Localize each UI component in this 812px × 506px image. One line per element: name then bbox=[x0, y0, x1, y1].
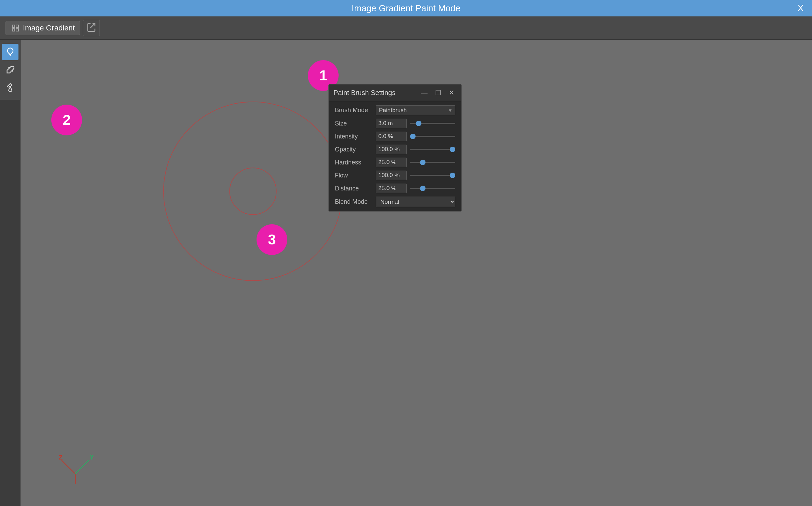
size-row: Size bbox=[335, 119, 455, 128]
brush-mode-row: Brush Mode Paintbrush Airbrush Smear Clo… bbox=[335, 105, 455, 115]
panel-maximize-button[interactable]: ☐ bbox=[433, 88, 443, 97]
hardness-row: Hardness bbox=[335, 158, 455, 167]
size-slider-container bbox=[410, 120, 455, 127]
blend-mode-label: Blend Mode bbox=[335, 198, 372, 205]
brush-mode-select[interactable]: Paintbrush Airbrush Smear Clone bbox=[376, 105, 455, 115]
panel-body: Brush Mode Paintbrush Airbrush Smear Clo… bbox=[329, 101, 461, 211]
axis-svg: Z Y X bbox=[55, 450, 96, 484]
blend-mode-container: Normal Multiply Screen Overlay Add Subtr… bbox=[376, 197, 455, 207]
opacity-slider-container bbox=[410, 146, 455, 153]
svg-line-8 bbox=[62, 460, 75, 474]
svg-rect-1 bbox=[16, 25, 18, 27]
panel-close-button[interactable]: ✕ bbox=[447, 88, 457, 97]
distance-slider-container bbox=[410, 185, 455, 192]
distance-label: Distance bbox=[335, 185, 372, 192]
annotation-2: 2 bbox=[51, 105, 82, 135]
title-bar: Image Gradient Paint Mode X bbox=[0, 0, 812, 16]
opacity-input[interactable] bbox=[376, 145, 407, 154]
window-title: Image Gradient Paint Mode bbox=[352, 3, 460, 14]
intensity-row: Intensity bbox=[335, 132, 455, 141]
hardness-slider-container bbox=[410, 159, 455, 166]
size-input[interactable] bbox=[376, 119, 407, 128]
svg-rect-2 bbox=[12, 29, 15, 31]
intensity-label: Intensity bbox=[335, 133, 372, 140]
distance-row: Distance bbox=[335, 184, 455, 193]
brush-mode-container: Paintbrush Airbrush Smear Clone ▼ bbox=[376, 105, 455, 115]
flow-input[interactable] bbox=[376, 171, 407, 180]
canvas-area[interactable]: 1 2 3 Z Y X Paint Brush Settings — ☐ ✕ bbox=[21, 40, 812, 506]
hardness-label: Hardness bbox=[335, 159, 372, 166]
panel-title: Paint Brush Settings bbox=[333, 89, 395, 97]
export-button[interactable] bbox=[83, 20, 100, 36]
annotation-3: 3 bbox=[257, 224, 287, 255]
eyedropper-tool-button[interactable] bbox=[2, 62, 18, 78]
svg-line-4 bbox=[90, 23, 95, 28]
flow-row: Flow bbox=[335, 171, 455, 180]
window-close-button[interactable]: X bbox=[797, 3, 804, 13]
blend-mode-select[interactable]: Normal Multiply Screen Overlay Add Subtr… bbox=[376, 197, 455, 207]
y-axis-label: Y bbox=[90, 454, 94, 461]
paint-brush-settings-panel: Paint Brush Settings — ☐ ✕ Brush Mode Pa… bbox=[328, 84, 462, 212]
svg-point-7 bbox=[230, 168, 276, 214]
flow-slider-container bbox=[410, 172, 455, 179]
distance-slider[interactable] bbox=[410, 188, 455, 189]
size-label: Size bbox=[335, 120, 372, 127]
opacity-slider[interactable] bbox=[410, 149, 455, 150]
opacity-label: Opacity bbox=[335, 146, 372, 153]
flow-label: Flow bbox=[335, 172, 372, 179]
hardness-input[interactable] bbox=[376, 158, 407, 167]
grid-icon bbox=[11, 23, 20, 33]
axis-indicator: Z Y X bbox=[55, 450, 96, 485]
svg-point-6 bbox=[163, 102, 342, 281]
svg-line-9 bbox=[75, 460, 89, 474]
hardness-slider[interactable] bbox=[410, 162, 455, 163]
paintbrush-tool-button[interactable] bbox=[2, 44, 18, 60]
intensity-slider[interactable] bbox=[410, 136, 455, 137]
image-gradient-tab[interactable]: Image Gradient bbox=[5, 21, 80, 35]
brush-mode-label: Brush Mode bbox=[335, 107, 372, 114]
z-axis-label: Z bbox=[59, 454, 63, 461]
panel-minimize-button[interactable]: — bbox=[419, 88, 430, 97]
tab-label: Image Gradient bbox=[23, 24, 75, 32]
svg-rect-0 bbox=[12, 25, 15, 27]
panel-header: Paint Brush Settings — ☐ ✕ bbox=[329, 84, 461, 101]
left-toolbar bbox=[0, 40, 21, 100]
intensity-input[interactable] bbox=[376, 132, 407, 141]
opacity-row: Opacity bbox=[335, 145, 455, 154]
top-toolbar: Image Gradient bbox=[0, 16, 812, 40]
dropper-tool-button[interactable] bbox=[2, 79, 18, 96]
flow-slider[interactable] bbox=[410, 175, 455, 176]
svg-rect-3 bbox=[16, 29, 18, 31]
blend-mode-row: Blend Mode Normal Multiply Screen Overla… bbox=[335, 197, 455, 207]
intensity-slider-container bbox=[410, 133, 455, 140]
panel-header-buttons: — ☐ ✕ bbox=[419, 88, 457, 97]
size-slider[interactable] bbox=[410, 123, 455, 124]
distance-input[interactable] bbox=[376, 184, 407, 193]
